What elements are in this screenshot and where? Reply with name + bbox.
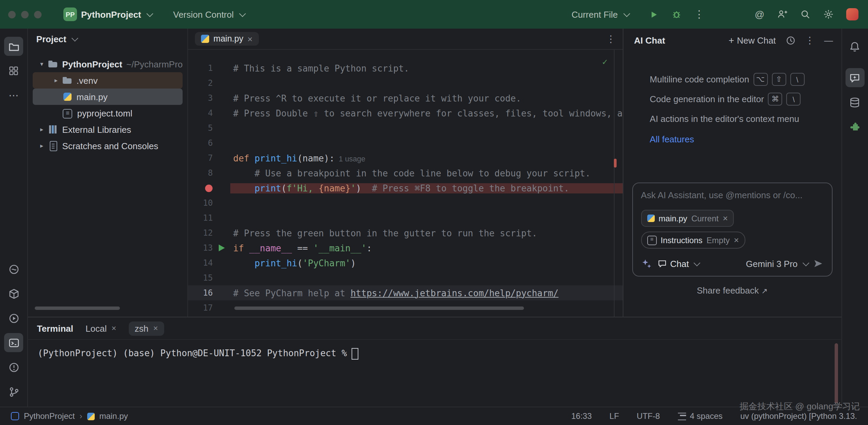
breakpoint-icon[interactable] xyxy=(205,184,213,192)
more-tool-windows-button[interactable]: ⋯ xyxy=(4,86,23,105)
notifications-button[interactable] xyxy=(846,37,865,56)
chevron-right-icon[interactable]: ▸ xyxy=(37,126,47,133)
tree-item-main-py[interactable]: main.py xyxy=(33,89,183,105)
share-feedback-link[interactable]: Share feedback ↗ xyxy=(623,285,841,296)
code-text[interactable]: def print_hi(name): 1 usage xyxy=(231,153,623,163)
status-item-1[interactable]: LF xyxy=(609,411,619,421)
status-item-4[interactable]: uv (pythonProject) [Python 3.13. xyxy=(740,411,857,421)
remove-attachment-icon[interactable]: × xyxy=(734,236,739,245)
zoom-button[interactable] xyxy=(34,11,42,18)
gutter-line-number[interactable]: 14 xyxy=(188,258,213,268)
code-text[interactable]: print_hi('PyCharm') xyxy=(231,258,623,268)
terminal-scrollbar[interactable] xyxy=(834,343,838,403)
chat-mode-selector[interactable]: Chat xyxy=(657,258,698,269)
code-text[interactable]: if __name__ == '__main__': xyxy=(231,243,623,253)
model-selector[interactable]: Gemini 3 Pro xyxy=(746,258,807,269)
chevron-right-icon[interactable]: ▸ xyxy=(51,77,61,84)
code-text[interactable]: # This is a sample Python script. xyxy=(231,63,623,73)
terminal-title[interactable]: Terminal xyxy=(37,323,73,333)
gutter-line-number[interactable]: 17 xyxy=(188,303,213,313)
status-item-3[interactable]: 4 spaces xyxy=(678,411,723,421)
hide-panel-icon[interactable]: — xyxy=(824,35,833,45)
code-text[interactable]: # See PyCharm help at https://www.jetbra… xyxy=(231,288,623,298)
code-text[interactable]: # Use a breakpoint in the code line belo… xyxy=(231,168,623,178)
code-text[interactable]: # Press the green button in the gutter t… xyxy=(231,228,623,238)
run-line-icon[interactable] xyxy=(219,245,225,251)
services-button[interactable] xyxy=(4,309,23,328)
run-button[interactable] xyxy=(646,6,662,22)
editor-tab-mainpy[interactable]: main.py × xyxy=(195,32,259,46)
version-control-tool-button[interactable] xyxy=(4,382,23,401)
tree-item-pyproject-toml[interactable]: ≡pyproject.toml xyxy=(33,105,183,121)
terminal-tool-button[interactable] xyxy=(4,333,23,352)
gutter-line-number[interactable]: 1 xyxy=(188,63,213,73)
project-panel-header[interactable]: Project xyxy=(28,29,188,49)
tree-item-pythonproject[interactable]: ▾PythonProject~/PycharmPro xyxy=(33,56,183,72)
send-icon[interactable] xyxy=(812,258,823,269)
gutter-line-number[interactable]: 8 xyxy=(188,168,213,178)
run-configuration-selector[interactable]: Current File xyxy=(572,9,628,19)
breadcrumb-file[interactable]: main.py xyxy=(99,411,128,421)
project-horizontal-scrollbar[interactable] xyxy=(35,306,120,310)
code-text[interactable]: # Press Double ⇧ to search everywhere fo… xyxy=(231,108,623,118)
gutter-line-number[interactable] xyxy=(188,184,213,192)
tree-item-external-libraries[interactable]: ▸External Libraries xyxy=(33,121,183,138)
gutter-line-number[interactable]: 13 xyxy=(188,243,213,253)
ai-prompt-box[interactable]: Ask AI Assistant, use @mentions or /co..… xyxy=(632,183,832,277)
search-everywhere-icon[interactable] xyxy=(800,9,811,20)
editor-options-icon[interactable]: ⋮ xyxy=(606,33,616,44)
gutter-line-number[interactable]: 10 xyxy=(188,198,213,208)
gutter-line-number[interactable]: 4 xyxy=(188,108,213,118)
editor-horizontal-scrollbar[interactable] xyxy=(235,306,524,310)
project-tool-button[interactable] xyxy=(4,37,23,56)
gutter-line-number[interactable]: 6 xyxy=(188,138,213,148)
gutter-line-number[interactable]: 11 xyxy=(188,213,213,223)
gutter-line-number[interactable]: 3 xyxy=(188,93,213,103)
code-text[interactable]: # Press ^R to execute it or replace it w… xyxy=(231,93,623,103)
close-tab-icon[interactable]: × xyxy=(153,324,158,333)
code-area[interactable]: 1# This is a sample Python script.23# Pr… xyxy=(188,50,623,317)
status-item-2[interactable]: UTF-8 xyxy=(637,411,660,421)
gutter-line-number[interactable]: 5 xyxy=(188,123,213,133)
avatar-icon[interactable] xyxy=(846,8,858,20)
new-chat-button[interactable]: + New Chat xyxy=(729,35,776,45)
close-button[interactable] xyxy=(8,11,16,18)
gutter-line-number[interactable]: 12 xyxy=(188,228,213,238)
ai-sparkle-icon[interactable] xyxy=(641,258,652,269)
minimize-button[interactable] xyxy=(21,11,29,18)
terminal-tab-zsh[interactable]: zsh × xyxy=(128,321,164,335)
ai-chat-tool-button[interactable] xyxy=(846,68,865,87)
breakpoint-stripe-mark[interactable] xyxy=(614,159,616,168)
breadcrumb-project[interactable]: PythonProject xyxy=(24,411,75,421)
close-tab-icon[interactable]: × xyxy=(247,34,252,43)
settings-icon[interactable] xyxy=(823,9,834,20)
project-widget[interactable]: PP PythonProject xyxy=(63,7,151,21)
ai-mentions-icon[interactable]: @ xyxy=(755,9,764,20)
terminal-output[interactable]: (PythonProject) (base) Python@DE-UNIT-10… xyxy=(28,340,841,368)
chevron-down-icon[interactable]: ▾ xyxy=(37,61,47,67)
terminal-tab-local[interactable]: Local × xyxy=(86,323,116,333)
ai-more-icon[interactable]: ⋮ xyxy=(805,35,815,46)
gutter-line-number[interactable]: 2 xyxy=(188,78,213,88)
version-control-menu[interactable]: Version Control xyxy=(173,9,244,19)
plugins-tool-button[interactable] xyxy=(846,117,865,136)
tree-item-venv[interactable]: ▸.venv xyxy=(33,72,183,89)
inspections-ok-icon[interactable]: ✓ xyxy=(602,57,608,67)
attachment-chip-file[interactable]: main.py Current × xyxy=(641,210,734,227)
tree-item-scratches-and-consoles[interactable]: ▸Scratches and Consoles xyxy=(33,138,183,154)
remove-attachment-icon[interactable]: × xyxy=(723,214,728,223)
status-item-0[interactable]: 16:33 xyxy=(571,411,592,421)
run-gutter-slot[interactable] xyxy=(213,245,231,251)
problems-button[interactable] xyxy=(4,358,23,377)
gutter-line-number[interactable]: 7 xyxy=(188,153,213,163)
python-console-button[interactable] xyxy=(4,259,23,279)
database-tool-button[interactable] xyxy=(846,93,865,112)
more-actions-icon[interactable]: ⋮ xyxy=(694,8,704,20)
chevron-right-icon[interactable]: ▸ xyxy=(37,142,47,149)
attachment-chip-instructions[interactable]: ≡ Instructions Empty × xyxy=(641,232,745,249)
code-with-me-icon[interactable] xyxy=(777,9,788,20)
all-features-link[interactable]: All features xyxy=(623,129,841,144)
debug-button[interactable] xyxy=(668,6,685,22)
gutter-line-number[interactable]: 15 xyxy=(188,273,213,283)
gutter-line-number[interactable]: 16 xyxy=(188,288,213,298)
